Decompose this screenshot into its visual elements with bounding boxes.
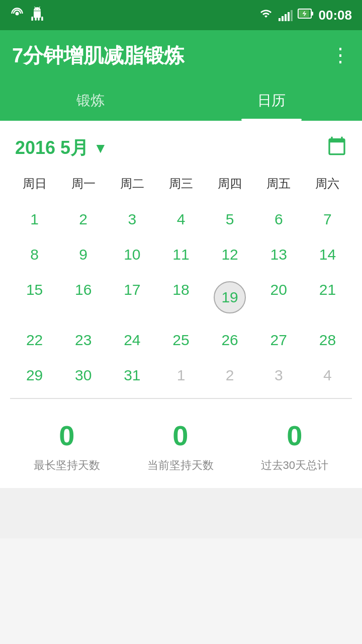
- calendar-today[interactable]: 19: [206, 272, 254, 323]
- calendar-section: 2016 5月 ▼ 周日 周一 周二 周三 周四 周五 周六 1 2 3 4 5…: [0, 121, 362, 399]
- table-row[interactable]: 18: [156, 272, 205, 323]
- table-row[interactable]: 23: [59, 323, 108, 358]
- table-row[interactable]: 4: [303, 358, 352, 393]
- table-row[interactable]: 1: [156, 358, 205, 393]
- month-title-group: 2016 5月 ▼: [15, 136, 108, 160]
- table-row[interactable]: 29: [10, 358, 59, 393]
- table-row[interactable]: 4: [156, 202, 205, 237]
- longest-streak-label: 最长坚持天数: [34, 458, 100, 473]
- status-bar: 00:08: [0, 0, 362, 30]
- month-title: 2016 5月: [15, 136, 88, 160]
- table-row[interactable]: 11: [156, 237, 205, 272]
- bottom-area: [0, 488, 362, 538]
- table-row[interactable]: 25: [156, 323, 205, 358]
- table-row[interactable]: 8: [10, 237, 59, 272]
- tab-bar: 锻炼 日历: [0, 80, 362, 121]
- stat-last-30-days: 0 过去30天总计: [261, 419, 328, 473]
- calendar-grid: 1 2 3 4 5 6 7 8 9 10 11 12 13 14 15 16 1…: [10, 202, 352, 393]
- svg-rect-3: [311, 12, 313, 16]
- current-streak-value: 0: [172, 419, 188, 452]
- weekday-fri: 周五: [254, 171, 303, 197]
- stat-longest-streak: 0 最长坚持天数: [34, 419, 100, 473]
- weekday-wed: 周三: [156, 171, 205, 197]
- table-row[interactable]: 5: [206, 202, 254, 237]
- table-row[interactable]: 2: [206, 358, 254, 393]
- status-left-icons: [10, 7, 44, 24]
- radio-icon: [10, 7, 24, 24]
- table-row[interactable]: 15: [10, 272, 59, 323]
- table-row[interactable]: 20: [254, 272, 303, 323]
- table-row[interactable]: 6: [254, 202, 303, 237]
- weekday-mon: 周一: [59, 171, 108, 197]
- tab-calendar[interactable]: 日历: [181, 80, 362, 121]
- weekday-sun: 周日: [10, 171, 59, 197]
- stats-section: 0 最长坚持天数 0 当前坚持天数 0 过去30天总计: [0, 399, 362, 488]
- table-row[interactable]: 13: [254, 237, 303, 272]
- wifi-icon: [258, 8, 274, 23]
- last-30-days-value: 0: [287, 419, 302, 452]
- table-row[interactable]: 10: [108, 237, 156, 272]
- table-row[interactable]: 22: [10, 323, 59, 358]
- today-button[interactable]: [327, 136, 347, 160]
- android-icon: [30, 7, 44, 24]
- status-right-icons: 00:08: [258, 8, 352, 23]
- tab-workout[interactable]: 锻炼: [0, 80, 181, 121]
- stat-current-streak: 0 当前坚持天数: [147, 419, 214, 473]
- overflow-menu-icon[interactable]: ⋮: [331, 44, 350, 66]
- table-row[interactable]: 26: [206, 323, 254, 358]
- month-header: 2016 5月 ▼: [10, 131, 352, 171]
- longest-streak-value: 0: [59, 419, 74, 452]
- table-row[interactable]: 27: [254, 323, 303, 358]
- table-row[interactable]: 7: [303, 202, 352, 237]
- table-row[interactable]: 2: [59, 202, 108, 237]
- status-time: 00:08: [319, 8, 352, 23]
- weekday-header: 周日 周一 周二 周三 周四 周五 周六: [10, 171, 352, 197]
- table-row[interactable]: 14: [303, 237, 352, 272]
- table-row[interactable]: 3: [254, 358, 303, 393]
- current-streak-label: 当前坚持天数: [147, 458, 214, 473]
- table-row[interactable]: 24: [108, 323, 156, 358]
- table-row[interactable]: 31: [108, 358, 156, 393]
- app-title: 7分钟增肌减脂锻炼: [12, 42, 184, 69]
- weekday-thu: 周四: [206, 171, 254, 197]
- table-row[interactable]: 1: [10, 202, 59, 237]
- weekday-tue: 周二: [108, 171, 156, 197]
- table-row[interactable]: 17: [108, 272, 156, 323]
- app-bar: 7分钟增肌减脂锻炼 ⋮: [0, 30, 362, 80]
- table-row[interactable]: 3: [108, 202, 156, 237]
- battery-icon: [298, 8, 314, 23]
- table-row[interactable]: 28: [303, 323, 352, 358]
- svg-point-0: [16, 12, 19, 16]
- last-30-days-label: 过去30天总计: [261, 458, 328, 473]
- table-row[interactable]: 21: [303, 272, 352, 323]
- table-row[interactable]: 12: [206, 237, 254, 272]
- table-row[interactable]: 9: [59, 237, 108, 272]
- table-row[interactable]: 16: [59, 272, 108, 323]
- table-row[interactable]: 30: [59, 358, 108, 393]
- weekday-sat: 周六: [303, 171, 352, 197]
- month-dropdown-arrow[interactable]: ▼: [94, 140, 108, 156]
- signal-strength-icon: [279, 9, 293, 21]
